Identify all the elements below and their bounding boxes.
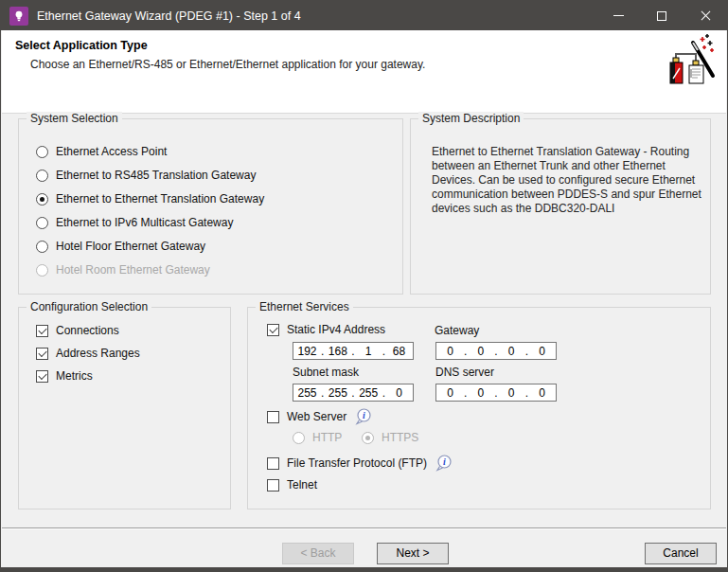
checkbox-metrics[interactable]: Metrics: [36, 369, 230, 383]
page-title: Select Application Type: [15, 39, 148, 52]
radio-icon: [293, 432, 305, 444]
configuration-selection-group: Configuration Selection Connections Addr…: [18, 307, 231, 509]
ip-octet: 0: [436, 345, 464, 358]
radio-ethernet-rs485-gateway[interactable]: Ethernet to RS485 Translation Gateway: [36, 169, 402, 182]
radio-http: HTTP: [293, 431, 342, 444]
minimize-button[interactable]: [596, 1, 640, 30]
dns-server-input[interactable]: 0 0 0 0: [435, 384, 557, 402]
radio-label: Hotel Room Ethernet Gateway: [56, 263, 210, 277]
radio-icon: [36, 146, 48, 158]
checkbox-connections[interactable]: Connections: [36, 324, 230, 337]
maximize-button[interactable]: [640, 1, 684, 30]
ip-octet: 0: [528, 345, 556, 358]
ip-octet: 255: [355, 386, 382, 400]
radio-icon: [36, 241, 48, 253]
checkbox-label: Web Server: [287, 410, 346, 423]
radio-icon: [36, 217, 48, 229]
radio-hotel-floor-gateway[interactable]: Hotel Floor Ethernet Gateway: [36, 240, 402, 253]
window-bottom-border: [1, 567, 727, 571]
svg-text:i: i: [443, 456, 446, 467]
app-lightbulb-icon: [9, 7, 28, 26]
wizard-dialog: Ethernet Gateway Wizard (PDEG #1) - Step…: [0, 0, 728, 572]
system-description-text: Ethernet to Ethernet Translation Gateway…: [432, 145, 708, 216]
radio-label: HTTPS: [382, 431, 418, 444]
checkbox-label: Connections: [56, 324, 119, 337]
system-selection-options: Ethernet Access Point Ethernet to RS485 …: [19, 119, 402, 277]
subnet-mask-input[interactable]: 255 255 255 0: [293, 384, 414, 402]
ip-octet: 0: [467, 386, 494, 400]
system-selection-group: System Selection Ethernet Access Point E…: [18, 118, 403, 295]
static-ip-input[interactable]: 192 168 1 68: [293, 342, 414, 360]
svg-text:i: i: [363, 410, 365, 420]
checkbox-label: Static IPv4 Address: [287, 323, 385, 336]
radio-label: Ethernet to Ethernet Translation Gateway: [56, 192, 264, 206]
radio-label: HTTP: [312, 431, 342, 444]
radio-icon: [36, 170, 48, 182]
checkbox-ftp[interactable]: File Transfer Protocol (FTP) i: [267, 455, 453, 472]
footer-divider: [2, 527, 726, 529]
radio-label: Ethernet to IPv6 Multicast Gateway: [56, 216, 233, 229]
back-button: < Back: [282, 543, 354, 564]
system-selection-label: System Selection: [27, 112, 122, 125]
checkbox-telnet[interactable]: Telnet: [267, 478, 317, 492]
radio-icon: [362, 432, 374, 444]
checkbox-label: Address Ranges: [56, 347, 140, 360]
ip-octet: 0: [467, 345, 494, 358]
radio-ethernet-access-point[interactable]: Ethernet Access Point: [36, 145, 402, 158]
ethernet-services-group: Ethernet Services Static IPv4 Address Ga…: [247, 307, 711, 509]
configuration-selection-label: Configuration Selection: [27, 300, 151, 313]
ip-octet: 1: [355, 345, 382, 358]
checkbox-icon: [36, 348, 48, 360]
radio-ethernet-ipv6-gateway[interactable]: Ethernet to IPv6 Multicast Gateway: [36, 216, 402, 229]
checkbox-icon: [267, 324, 279, 336]
gateway-input[interactable]: 0 0 0 0: [435, 342, 557, 360]
checkbox-label: Metrics: [56, 369, 93, 383]
system-description-label: System Description: [418, 112, 524, 125]
radio-hotel-room-gateway: Hotel Room Ethernet Gateway: [36, 263, 402, 277]
radio-https: HTTPS: [362, 431, 418, 444]
close-icon: [700, 9, 712, 22]
radio-label: Ethernet to RS485 Translation Gateway: [56, 169, 256, 182]
wizard-wand-icon: [666, 33, 716, 92]
radio-label: Ethernet Access Point: [56, 145, 167, 158]
ip-octet: 0: [528, 386, 556, 400]
cancel-button[interactable]: Cancel: [645, 543, 717, 564]
system-description-group: System Description Ethernet to Ethernet …: [410, 118, 711, 295]
page-description: Choose an Ethernet/RS-485 or Ethernet/Et…: [30, 58, 425, 71]
ip-octet: 0: [385, 386, 413, 400]
dns-server-label: DNS server: [435, 366, 494, 379]
configuration-options: Connections Address Ranges Metrics: [19, 308, 230, 383]
window-title: Ethernet Gateway Wizard (PDEG #1) - Step…: [37, 9, 596, 23]
close-button[interactable]: [684, 1, 727, 30]
checkbox-icon: [267, 457, 279, 470]
checkbox-icon: [36, 370, 48, 383]
ip-octet: 0: [498, 345, 525, 358]
checkbox-label: Telnet: [287, 478, 317, 492]
title-bar: Ethernet Gateway Wizard (PDEG #1) - Step…: [1, 1, 727, 30]
subnet-mask-label: Subnet mask: [293, 366, 359, 379]
radio-label: Hotel Floor Ethernet Gateway: [56, 240, 205, 253]
radio-ethernet-ethernet-gateway[interactable]: Ethernet to Ethernet Translation Gateway: [36, 192, 402, 206]
minimize-icon: [613, 15, 624, 16]
checkbox-static-ipv4[interactable]: Static IPv4 Address: [267, 323, 385, 336]
gateway-label: Gateway: [435, 324, 479, 337]
maximize-icon: [657, 11, 666, 21]
web-server-info-icon[interactable]: i: [354, 408, 373, 425]
next-button[interactable]: Next >: [377, 543, 449, 564]
radio-icon: [36, 264, 48, 277]
ip-octet: 68: [385, 345, 413, 358]
checkbox-web-server[interactable]: Web Server i: [267, 408, 373, 425]
ip-octet: 0: [498, 386, 525, 400]
ip-octet: 168: [324, 345, 351, 358]
ethernet-services-label: Ethernet Services: [256, 300, 353, 313]
radio-icon: [36, 193, 48, 206]
ip-octet: 255: [293, 386, 321, 400]
ip-octet: 0: [436, 386, 464, 400]
checkbox-icon: [267, 479, 279, 492]
checkbox-address-ranges[interactable]: Address Ranges: [36, 347, 230, 360]
ftp-info-icon[interactable]: i: [435, 455, 453, 472]
checkbox-icon: [36, 325, 48, 337]
checkbox-icon: [267, 411, 279, 423]
checkbox-label: File Transfer Protocol (FTP): [287, 456, 427, 470]
ip-octet: 192: [293, 345, 321, 358]
